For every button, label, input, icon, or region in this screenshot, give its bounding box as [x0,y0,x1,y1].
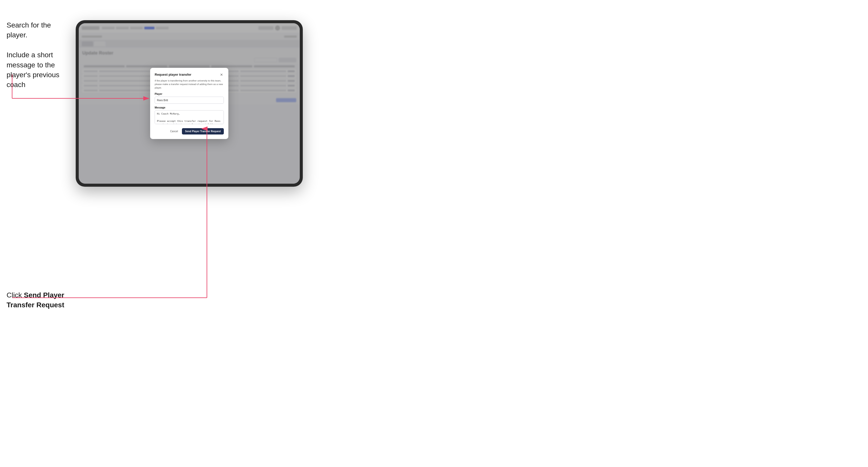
annotation-area: Search for the player. Include a short m… [6,20,72,90]
cancel-button[interactable]: Cancel [168,129,180,134]
tablet-screen: Update Roster [79,23,300,184]
player-label: Player [155,93,224,95]
modal-actions: Cancel Send Player Transfer Request [155,128,224,134]
tablet-device: Update Roster [76,20,303,187]
annotation-click-pre: Click [6,291,24,299]
send-transfer-request-button[interactable]: Send Player Transfer Request [182,128,224,134]
request-transfer-modal: Request player transfer ✕ If the player … [150,68,228,139]
modal-overlay: Request player transfer ✕ If the player … [79,23,300,184]
modal-header: Request player transfer ✕ [155,72,224,77]
annotation-click-area: Click Send Player Transfer Request [6,290,72,310]
message-textarea[interactable]: Hi Coach McHarg, Please accept this tran… [155,110,224,124]
modal-description: If the player is transferring from anoth… [155,79,224,90]
annotation-search-text: Search for the player. [6,20,72,40]
modal-title: Request player transfer [155,73,191,76]
modal-close-button[interactable]: ✕ [219,72,224,77]
message-label: Message [155,106,224,109]
player-input[interactable] [155,97,224,104]
annotation-message-text: Include a short message to the player's … [6,50,72,90]
